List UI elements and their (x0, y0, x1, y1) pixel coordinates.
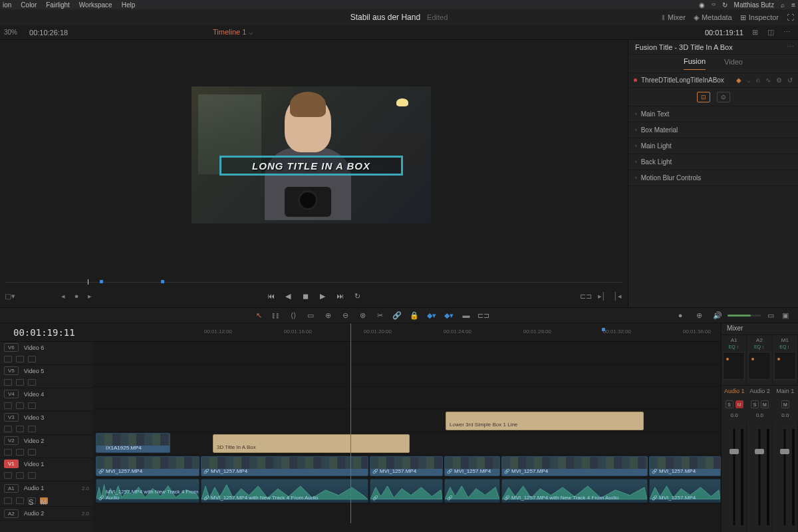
viewer-zoom[interactable]: 30% (4, 29, 17, 36)
insert-icon[interactable]: ⊕ (323, 311, 332, 320)
mute-button[interactable]: M (761, 400, 769, 408)
fader-a2[interactable] (747, 422, 772, 532)
expand-icon[interactable]: ⛶ (787, 13, 794, 21)
menu-item[interactable]: ion (3, 1, 11, 9)
user-name[interactable]: Matthias Butz (734, 1, 775, 9)
match-frame-icon[interactable]: ⊏⊐ (581, 291, 591, 301)
overwrite-icon[interactable]: ⊖ (340, 311, 350, 320)
play-reverse-icon[interactable]: ◀ (283, 291, 293, 301)
section-main-text[interactable]: ›Main Text (628, 106, 798, 122)
trim-tool-icon[interactable]: ⫿⫿ (271, 311, 281, 320)
clip-audio[interactable]: 🔗MVI_1257.MP4 with New Track 4 From Audi… (501, 479, 648, 503)
lane-v4[interactable] (93, 387, 721, 410)
section-back-light[interactable]: ›Back Light (628, 154, 798, 170)
clip-video[interactable]: 🔗MVI_1257.MP4 (201, 456, 368, 476)
title-overlay[interactable]: LONG TITLE IN A BOX (219, 156, 403, 176)
section-main-light[interactable]: ›Main Light (628, 138, 798, 154)
step-fwd-icon[interactable]: ▸│ (597, 291, 606, 301)
audio-tab[interactable]: Audio 1 (722, 386, 747, 398)
tab-fusion[interactable]: Fusion (684, 57, 706, 70)
first-frame-icon[interactable]: ⏮ (266, 291, 275, 301)
eq-graph[interactable] (774, 352, 796, 380)
clip-video[interactable]: 🔗MVI_1257.MP4 (444, 456, 500, 476)
zoom-in-icon[interactable]: ⊕ (694, 311, 704, 320)
settings-icon[interactable]: ⚙ (776, 76, 782, 84)
clip-video[interactable]: 🔗MVI_1257.MP4 (649, 456, 721, 476)
spline-icon[interactable]: ∿ (765, 76, 771, 84)
more-icon[interactable]: ⋯ (782, 28, 791, 37)
solo-button[interactable]: S (726, 400, 733, 408)
mute-button[interactable]: M (735, 400, 743, 408)
lane-v6[interactable] (93, 342, 721, 364)
replace-icon[interactable]: ⊗ (358, 311, 367, 320)
inspector-node-row[interactable]: ThreeDTitleLongTitleInABox ◆ ⌵ ⎌ ∿ ⚙ ↺ (628, 73, 798, 88)
track-header-v5[interactable]: V5Video 5 (0, 365, 93, 388)
mute-button[interactable]: M (781, 400, 789, 408)
viewer-options-icon[interactable]: ▢▾ (5, 291, 15, 301)
version-icon[interactable]: ⎌ (756, 76, 760, 84)
lock-icon[interactable]: 🔒 (410, 311, 419, 320)
marker[interactable] (602, 328, 605, 331)
link-icon[interactable]: 🔗 (392, 311, 402, 320)
playhead-line[interactable] (350, 324, 351, 523)
track-header-v3[interactable]: V3Video 3 (0, 412, 93, 435)
track-header-v1[interactable]: V1Video 1 (0, 458, 93, 481)
menu-item[interactable]: Help (122, 1, 136, 9)
fader-m1[interactable] (773, 422, 798, 532)
eq-graph[interactable] (748, 352, 770, 380)
zoom-slider-dot[interactable]: ● (676, 311, 685, 320)
lane-v5[interactable] (93, 364, 721, 387)
clip-video[interactable]: 🔗MVI_1257.MP4 (501, 456, 648, 476)
lane-v1[interactable]: 🔗MVI_1257.MP4 🔗MVI_1257.MP4 🔗MVI_1257.MP… (93, 455, 721, 477)
clip-video[interactable]: 🔗MVI_1257.MP4 (370, 456, 443, 476)
prev-icon[interactable]: ◂ (59, 291, 68, 301)
solo-button[interactable]: S (751, 400, 759, 408)
selection-tool-icon[interactable]: ↖ (254, 311, 263, 320)
step-back-icon[interactable]: │◂ (613, 291, 622, 301)
clip-audio[interactable]: 🔗 (370, 479, 443, 503)
play-icon[interactable]: ▶ (318, 291, 327, 301)
controls-icon[interactable]: ⊡ (697, 92, 710, 102)
mixer-toggle[interactable]: ⫴Mixer (662, 13, 686, 22)
flag-icon[interactable]: ◆▾ (427, 311, 436, 320)
track-header-v2[interactable]: V2Video 2 (0, 435, 93, 458)
last-frame-icon[interactable]: ⏭ (335, 291, 344, 301)
dim-icon[interactable]: ▭ (766, 311, 775, 320)
stop-icon[interactable]: ◼ (301, 291, 310, 301)
next-icon[interactable]: ▸ (85, 291, 94, 301)
section-box-material[interactable]: ›Box Material (628, 122, 798, 138)
track-header-v4[interactable]: V4Video 4 (0, 388, 93, 412)
section-motion-blur[interactable]: ›Motion Blur Controls (628, 170, 798, 186)
clip-video[interactable]: IX1A1925.MP4 (96, 433, 170, 453)
more-icon[interactable]: ⋯ (787, 43, 794, 51)
modifiers-icon[interactable]: ⊙ (717, 92, 730, 102)
track-lanes[interactable]: Lower 3rd Simple Box 1 Line IX1A1925.MP4… (93, 342, 721, 532)
marker-icon[interactable]: ◆▾ (444, 311, 454, 320)
lock-toggle[interactable] (4, 356, 12, 362)
chevron-down-icon[interactable]: ⌵ (747, 76, 751, 84)
disable-toggle[interactable] (28, 356, 36, 362)
lane-a1[interactable]: 🔗MVI_1257.MP4 with New Track 4 From Audi… (93, 477, 721, 504)
blade-tool-icon[interactable]: ▭ (306, 311, 315, 320)
viewer-image[interactable]: LONG TITLE IN A BOX (192, 86, 431, 223)
clip-audio[interactable]: 🔗MVI_1257.MP4 (649, 479, 721, 503)
auto-select-toggle[interactable] (16, 356, 24, 362)
mixer-chan-m1[interactable]: M1EQ ⫶ (773, 335, 798, 385)
clip-video[interactable]: 🔗MVI_1257.MP4 (96, 456, 200, 476)
inspector-toggle[interactable]: ⊞Inspector (740, 13, 779, 22)
track-header-v6[interactable]: V6Video 6 (0, 342, 93, 365)
razor-icon[interactable]: ✂ (375, 311, 384, 320)
marker[interactable] (161, 280, 164, 283)
mixer-chan-a2[interactable]: A2EQ ⫶ (747, 335, 772, 385)
dot-icon[interactable]: ● (72, 291, 81, 301)
clip-audio[interactable]: 🔗MVI_1257.MP4 with New Track 4 From Audi… (201, 479, 368, 503)
dynamic-trim-icon[interactable]: ⟨⟩ (289, 311, 298, 320)
solo-toggle[interactable]: S (28, 497, 36, 504)
clip-audio[interactable]: 🔗MVI_1257.MP4 with New Track 4 From Audi… (96, 479, 200, 503)
clip-audio[interactable]: 🔗 (444, 479, 500, 503)
lane-v2[interactable]: IX1A1925.MP4 3D Title In A Box (93, 432, 721, 455)
fader-a1[interactable] (722, 422, 747, 532)
track-header-a2[interactable]: A2Audio 22.0 (0, 507, 93, 521)
volume-icon[interactable]: 🔊 (713, 311, 722, 320)
menu-item[interactable]: Color (21, 1, 37, 9)
